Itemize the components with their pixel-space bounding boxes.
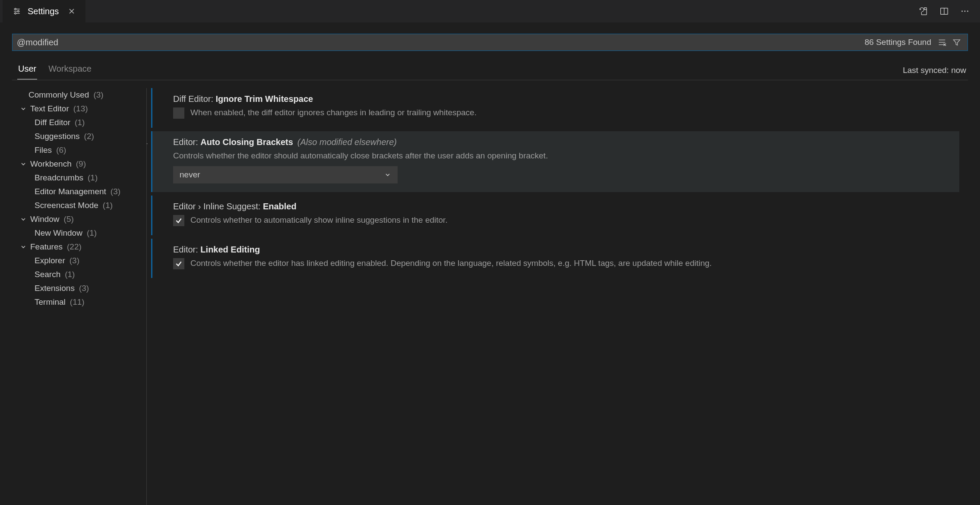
toc-label: Breadcrumbs xyxy=(35,173,83,183)
toc-item-text-editor[interactable]: Text Editor(13) xyxy=(17,102,146,116)
toc-count: (9) xyxy=(76,159,86,169)
more-actions-icon[interactable] xyxy=(958,5,971,18)
toc-count: (11) xyxy=(70,297,85,307)
setting-item[interactable]: Editor › Inline Suggest: EnabledControls… xyxy=(151,196,959,235)
settings-icon xyxy=(10,5,23,18)
toc-label: Commonly Used xyxy=(28,90,89,100)
setting-title: Editor: Linked Editing xyxy=(173,245,952,255)
setting-checkbox[interactable] xyxy=(173,107,184,119)
setting-title: Editor: Auto Closing Brackets(Also modif… xyxy=(173,137,952,147)
settings-list: Diff Editor: Ignore Trim WhitespaceWhen … xyxy=(147,88,970,505)
toc-label: Terminal xyxy=(35,297,66,307)
toc-label: Workbench xyxy=(30,159,72,169)
toc-count: (1) xyxy=(88,173,98,183)
select-value: never xyxy=(180,170,200,180)
tabbar-actions xyxy=(917,5,977,18)
toc-label: Editor Management xyxy=(35,187,106,196)
toc-label: New Window xyxy=(35,228,82,238)
toc-count: (13) xyxy=(73,104,88,114)
svg-point-3 xyxy=(15,8,16,9)
chevron-down-icon xyxy=(19,215,28,224)
toc-label: Files xyxy=(35,145,52,155)
setting-category: Editor › Inline Suggest: xyxy=(173,202,263,211)
toc-item-explorer[interactable]: Explorer(3) xyxy=(17,254,146,268)
toc-count: (2) xyxy=(84,132,94,141)
setting-name: Ignore Trim Whitespace xyxy=(216,94,313,104)
toc-label: Text Editor xyxy=(30,104,69,114)
svg-point-4 xyxy=(18,10,19,12)
setting-category: Diff Editor: xyxy=(173,94,216,104)
toc-label: Suggestions xyxy=(35,132,80,141)
scope-tab-workspace[interactable]: Workspace xyxy=(47,61,92,79)
svg-point-10 xyxy=(961,11,963,12)
setting-description: Controls whether the editor should autom… xyxy=(173,150,952,162)
setting-title: Diff Editor: Ignore Trim Whitespace xyxy=(173,94,952,104)
toc-count: (6) xyxy=(56,145,66,155)
toc-item-screencast-mode[interactable]: Screencast Mode(1) xyxy=(17,199,146,212)
gear-icon[interactable] xyxy=(147,137,150,150)
chevron-down-icon xyxy=(384,171,391,178)
settings-scope-row: User Workspace Last synced: now xyxy=(0,55,980,80)
toc-item-features[interactable]: Features(22) xyxy=(17,240,146,254)
toc-label: Screencast Mode xyxy=(35,201,98,210)
toc-label: Window xyxy=(30,215,60,224)
setting-category: Editor: xyxy=(173,245,200,254)
settings-search-row: 86 Settings Found xyxy=(0,22,980,55)
svg-point-11 xyxy=(964,11,966,12)
setting-name: Enabled xyxy=(263,202,297,211)
svg-point-12 xyxy=(967,11,968,12)
toc-count: (1) xyxy=(103,201,113,210)
setting-select[interactable]: never xyxy=(173,166,398,183)
setting-name: Auto Closing Brackets xyxy=(200,137,293,147)
toc-item-terminal[interactable]: Terminal(11) xyxy=(17,295,146,309)
setting-checkbox[interactable] xyxy=(173,258,184,269)
toc-count: (22) xyxy=(67,242,82,252)
toc-item-search[interactable]: Search(1) xyxy=(17,268,146,281)
chevron-down-icon xyxy=(19,104,28,113)
sync-status[interactable]: Last synced: now xyxy=(903,66,968,75)
settings-toc: Commonly Used(3)Text Editor(13)Diff Edit… xyxy=(17,88,147,505)
filter-icon[interactable] xyxy=(950,36,963,49)
chevron-down-icon xyxy=(19,160,28,168)
toc-item-suggestions[interactable]: Suggestions(2) xyxy=(17,129,146,143)
toc-item-breadcrumbs[interactable]: Breadcrumbs(1) xyxy=(17,171,146,185)
toc-label: Features xyxy=(30,242,63,252)
setting-description: When enabled, the diff editor ignores ch… xyxy=(190,107,477,119)
toc-item-new-window[interactable]: New Window(1) xyxy=(17,226,146,240)
toc-item-workbench[interactable]: Workbench(9) xyxy=(17,157,146,171)
setting-item[interactable]: Editor: Auto Closing Brackets(Also modif… xyxy=(151,131,959,193)
split-editor-icon[interactable] xyxy=(938,5,951,18)
clear-search-icon[interactable] xyxy=(936,36,948,49)
toc-label: Extensions xyxy=(35,284,75,293)
toc-count: (1) xyxy=(87,228,97,238)
tab-settings[interactable]: Settings xyxy=(3,0,85,22)
toc-item-diff-editor[interactable]: Diff Editor(1) xyxy=(17,116,146,129)
tab-close-button[interactable] xyxy=(66,5,78,17)
scope-tab-user[interactable]: User xyxy=(17,61,37,79)
open-settings-json-icon[interactable] xyxy=(917,5,930,18)
toc-item-commonly-used[interactable]: Commonly Used(3) xyxy=(17,88,146,102)
setting-item[interactable]: Editor: Linked EditingControls whether t… xyxy=(151,239,959,278)
setting-item[interactable]: Diff Editor: Ignore Trim WhitespaceWhen … xyxy=(151,88,959,128)
settings-found-count: 86 Settings Found xyxy=(865,38,936,47)
setting-scope-note: (Also modified elsewhere) xyxy=(297,137,397,147)
toc-item-extensions[interactable]: Extensions(3) xyxy=(17,281,146,295)
toc-label: Search xyxy=(35,270,60,279)
toc-label: Explorer xyxy=(35,256,65,265)
toc-count: (1) xyxy=(75,118,85,127)
settings-search-input[interactable] xyxy=(17,38,865,47)
tab-bar: Settings xyxy=(0,0,980,22)
svg-point-5 xyxy=(15,13,16,14)
toc-item-window[interactable]: Window(5) xyxy=(17,212,146,226)
toc-count: (3) xyxy=(111,187,120,196)
setting-description: Controls whether to automatically show i… xyxy=(190,214,448,227)
toc-label: Diff Editor xyxy=(35,118,70,127)
settings-search-box: 86 Settings Found xyxy=(12,34,968,51)
toc-count: (1) xyxy=(65,270,75,279)
tab-title: Settings xyxy=(28,6,59,16)
setting-checkbox[interactable] xyxy=(173,215,184,226)
toc-item-files[interactable]: Files(6) xyxy=(17,143,146,157)
toc-item-editor-management[interactable]: Editor Management(3) xyxy=(17,185,146,199)
toc-count: (3) xyxy=(79,284,89,293)
toc-count: (3) xyxy=(70,256,79,265)
